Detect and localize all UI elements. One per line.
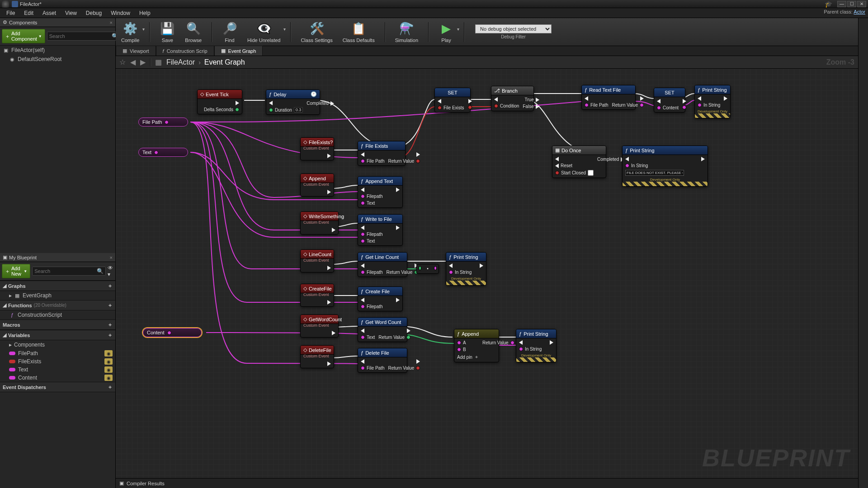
var-filepath[interactable]: FilePath◉ <box>0 349 115 357</box>
node-print-string-word[interactable]: ƒPrint StringIn StringDevelopment Only <box>516 329 557 362</box>
close-button[interactable]: ✕ <box>857 1 866 7</box>
graph-canvas[interactable]: File Path Text Content ◇Event Tick Delta… <box>116 69 858 478</box>
menu-edit[interactable]: Edit <box>19 9 38 18</box>
menu-asset[interactable]: Asset <box>38 9 61 18</box>
eye-icon[interactable]: ◉ <box>104 358 113 365</box>
eventgraph-item[interactable]: ▸▦EventGraph <box>0 291 115 300</box>
node-do-once[interactable]: ▦Do Once ResetStart ClosedCompleted <box>552 145 606 178</box>
node-file-exists[interactable]: ƒFile ExistsFile PathReturn Value <box>358 141 406 166</box>
dispatchers-section[interactable]: Event Dispatchers＋ <box>0 382 115 392</box>
node-event-tick[interactable]: ◇Event Tick Delta Seconds <box>197 89 242 114</box>
components-search[interactable]: 🔍 <box>47 32 121 41</box>
eye-icon[interactable]: ◉ <box>104 366 113 373</box>
eye-icon[interactable]: ◉ <box>104 350 113 357</box>
add-pin-button[interactable]: Add pin ＋ <box>457 354 479 360</box>
macros-section[interactable]: Macros＋ <box>0 319 115 330</box>
maximize-button[interactable]: ☐ <box>847 1 856 7</box>
tab-construction[interactable]: fConstruction Scrip <box>156 46 214 56</box>
var-filepath-get[interactable]: File Path <box>138 117 188 127</box>
graphs-section[interactable]: ◢ Graphs＋ <box>0 281 115 291</box>
save-button[interactable]: 💾Save <box>158 20 177 44</box>
node-fileexists-event[interactable]: ◇FileExists?Custom Event <box>300 137 334 160</box>
node-print-string-line[interactable]: ƒPrint StringIn StringDevelopment Only <box>446 252 486 286</box>
graduation-cap-icon[interactable]: 🎓 <box>825 1 833 7</box>
var-text-get[interactable]: Text <box>138 148 188 157</box>
tab-viewport[interactable]: ▦Viewport <box>116 46 156 56</box>
minimize-button[interactable]: — <box>837 1 846 7</box>
menu-window[interactable]: Window <box>106 9 135 18</box>
node-int-to-string[interactable]: • <box>416 264 439 274</box>
add-macro-button[interactable]: ＋ <box>108 321 113 328</box>
add-variable-button[interactable]: ＋ <box>108 332 113 338</box>
node-append-string[interactable]: ƒAppendABAdd pin ＋Return Value <box>454 329 499 362</box>
menu-view[interactable]: View <box>61 9 81 18</box>
node-get-line-count[interactable]: ƒGet Line CountFilepathReturn Value <box>358 252 407 277</box>
parent-class-link[interactable]: Actor <box>854 9 865 14</box>
play-button[interactable]: ▶Play <box>437 20 456 44</box>
node-print-string-error[interactable]: ƒPrint String In String Development Only <box>622 145 708 187</box>
nav-forward-icon[interactable]: ▶ <box>140 58 146 66</box>
hide-unrelated-button[interactable]: 👁️‍🗨️Hide Unrelated <box>245 20 282 44</box>
node-delay[interactable]: ƒDelay🕐 Duration0.3 Completed <box>266 89 320 115</box>
node-createfile-event[interactable]: ◇CreateFileCustom Event <box>300 284 334 307</box>
start-closed-checkbox[interactable] <box>588 170 594 176</box>
favorite-icon[interactable]: ☆ <box>119 58 126 66</box>
var-content[interactable]: Content◉ <box>0 374 115 382</box>
component-self[interactable]: ▣ FileActor(self) <box>0 46 115 55</box>
browse-button[interactable]: 🔍Browse <box>183 20 203 44</box>
blueprint-search[interactable]: 🔍 <box>32 267 106 276</box>
class-defaults-button[interactable]: 📋Class Defaults <box>341 20 377 44</box>
class-settings-button[interactable]: 🛠️Class Settings <box>299 20 334 44</box>
node-append-text[interactable]: ƒAppend TextFilepathText <box>358 176 403 208</box>
var-content-get[interactable]: Content <box>143 328 202 337</box>
compiler-results-tab[interactable]: ▣Compiler Results <box>116 478 858 488</box>
node-writesomething-event[interactable]: ◇WriteSomethingCustom Event <box>300 211 339 235</box>
print-error-text[interactable] <box>625 170 684 176</box>
node-getwordcount-event[interactable]: ◇GetWordCountCustom Event <box>300 314 339 338</box>
add-dispatcher-button[interactable]: ＋ <box>108 384 113 390</box>
component-scene-root[interactable]: ◉ DefaultSceneRoot <box>0 55 115 64</box>
var-fileexists[interactable]: FileExists◉ <box>0 357 115 366</box>
tab-event-graph[interactable]: ▦Event Graph <box>214 46 263 56</box>
breadcrumb[interactable]: FileActor›Event Graph <box>166 58 245 66</box>
variables-section[interactable]: ◢ Variables＋ <box>0 330 115 340</box>
simulation-button[interactable]: ⚗️Simulation <box>393 20 420 44</box>
constructionscript-item[interactable]: ƒConstructionScript <box>0 310 115 319</box>
add-component-button[interactable]: ＋Add Component▼ <box>2 29 45 43</box>
menu-help[interactable]: Help <box>135 9 155 18</box>
eye-icon[interactable]: ◉ <box>104 375 113 381</box>
node-read-text-file[interactable]: ƒRead Text File File PathReturn Value <box>581 85 636 110</box>
add-function-button[interactable]: ＋ <box>108 302 113 309</box>
node-append-event[interactable]: ◇AppendCustom Event <box>300 174 334 197</box>
node-write-to-file[interactable]: ƒWrite to FileFilepathText <box>358 214 403 246</box>
node-deletefile-event[interactable]: ◇DeleteFileCustom Event <box>300 345 334 368</box>
menu-file[interactable]: File <box>2 9 19 18</box>
my-blueprint-tab[interactable]: ▣ My Blueprint × <box>0 253 115 262</box>
find-button[interactable]: 🔎Find <box>220 20 239 44</box>
close-tab-icon[interactable]: × <box>110 20 113 25</box>
node-linecount-event[interactable]: ◇LineCountCustom Event <box>300 249 334 272</box>
functions-section[interactable]: ◢ Functions(20 Overridable)＋ <box>0 300 115 310</box>
graph-icon: ▦ <box>221 48 226 54</box>
home-icon[interactable]: ▦ <box>155 58 162 66</box>
view-options-icon[interactable]: 👁▾ <box>108 265 113 277</box>
node-create-file[interactable]: ƒCreate FileFilepath <box>358 286 403 311</box>
node-get-word-count[interactable]: ƒGet Word CountTextReturn Value <box>358 317 407 342</box>
node-set-content[interactable]: SET Content <box>654 88 685 113</box>
components-panel-tab[interactable]: ⚙ Components × <box>0 18 115 27</box>
node-branch[interactable]: ⎇Branch ConditionTrueFalse <box>491 86 534 111</box>
nav-back-icon[interactable]: ◀ <box>130 58 136 66</box>
node-print-string-top[interactable]: ƒPrint String In String Development Only <box>694 85 731 118</box>
close-tab-icon[interactable]: × <box>110 255 113 260</box>
node-delete-file[interactable]: ƒDelete FileFile PathReturn Value <box>358 348 407 373</box>
compile-button[interactable]: ⚙️Compile <box>119 20 141 44</box>
var-text[interactable]: Text◉ <box>0 366 115 374</box>
menu-debug[interactable]: Debug <box>81 9 106 18</box>
node-set-fileexists[interactable]: SET File Exists <box>434 88 471 113</box>
components-category[interactable]: ▸Components <box>0 340 115 349</box>
settings-icon: 🛠️ <box>309 21 325 37</box>
add-graph-button[interactable]: ＋ <box>108 282 113 289</box>
debug-object-select[interactable]: No debug object selected <box>475 24 552 33</box>
add-new-button[interactable]: ＋Add New▼ <box>2 264 30 278</box>
right-dock[interactable] <box>858 18 868 488</box>
